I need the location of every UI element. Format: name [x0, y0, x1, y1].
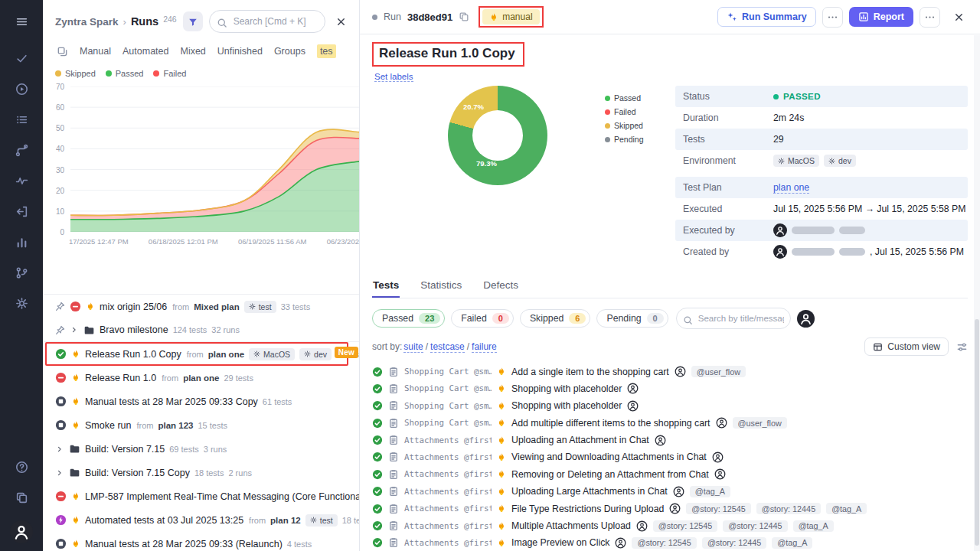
run-plan-link[interactable]: plan one: [208, 350, 244, 359]
run-list-item[interactable]: LMP-587 Implement Real-Time Chat Messagi…: [43, 484, 359, 508]
close-run-button[interactable]: [949, 8, 968, 26]
more-options-button[interactable]: [822, 7, 843, 28]
play-icon[interactable]: [8, 75, 35, 103]
tab-tests[interactable]: Tests: [372, 272, 400, 298]
filter-skipped[interactable]: Skipped6: [520, 309, 591, 328]
custom-view-button[interactable]: Custom view: [864, 337, 949, 356]
analytics-icon[interactable]: [8, 228, 35, 256]
test-row[interactable]: Shopping Cart @sm…Add a single item to t…: [372, 363, 968, 380]
docs-icon[interactable]: [8, 484, 35, 511]
assignee-icon[interactable]: [716, 417, 727, 429]
run-list-item[interactable]: Smoke runfromplan 12315 tests: [43, 413, 359, 437]
set-labels-link[interactable]: Set labels: [374, 72, 413, 82]
test-row[interactable]: Attachments @firstImage Preview on Click…: [372, 534, 968, 551]
tab-tes[interactable]: tes: [317, 44, 336, 58]
test-tag[interactable]: @tag_A: [690, 486, 730, 497]
run-list-item[interactable]: mix origin 25/06fromMixed plantest33 tes…: [43, 295, 359, 318]
test-tag[interactable]: @story: 12445: [723, 520, 787, 532]
tab-groups[interactable]: Groups: [274, 46, 305, 57]
check-icon[interactable]: [8, 44, 35, 72]
test-tag[interactable]: @story: 12545: [632, 537, 696, 549]
test-tag[interactable]: @story: 12445: [702, 537, 766, 549]
assignee-icon[interactable]: [712, 452, 724, 463]
test-title[interactable]: Shopping with placeholder: [511, 400, 622, 411]
test-plan-link[interactable]: plan one: [773, 182, 809, 194]
test-tag[interactable]: @story: 12545: [686, 503, 750, 514]
test-row[interactable]: Attachments @firstViewing and Downloadin…: [372, 448, 968, 465]
tab-mixed[interactable]: Mixed: [180, 46, 205, 57]
assignee-icon[interactable]: [636, 520, 648, 532]
tab-automated[interactable]: Automated: [122, 46, 168, 57]
run-plan-link[interactable]: plan one: [183, 373, 219, 383]
copy-run-id-icon[interactable]: [459, 11, 469, 22]
scrollbar-thumb[interactable]: [975, 319, 979, 546]
test-tag[interactable]: @tag_A: [826, 503, 867, 514]
test-tag[interactable]: @user_flow: [691, 366, 746, 377]
settings-icon[interactable]: [8, 289, 35, 317]
test-row[interactable]: Shopping Cart @sm…Shopping with placehol…: [372, 380, 968, 397]
help-icon[interactable]: [8, 453, 35, 481]
test-title[interactable]: Add a single item to the shopping cart: [511, 367, 669, 377]
run-summary-button[interactable]: Run Summary: [717, 7, 816, 28]
assignee-filter-avatar[interactable]: [797, 310, 815, 328]
view-settings-button[interactable]: [956, 341, 968, 353]
test-title[interactable]: Multiple Attachments Upload: [511, 520, 631, 531]
test-title[interactable]: Uploading Large Attachments in Chat: [511, 486, 668, 497]
select-all-icon[interactable]: [57, 46, 68, 57]
flow-icon[interactable]: [8, 136, 35, 164]
test-row[interactable]: Shopping Cart @sm…Add multiple different…: [372, 415, 968, 432]
assignee-icon[interactable]: [615, 537, 626, 549]
test-row[interactable]: Shopping Cart @sm…Shopping with placehol…: [372, 397, 968, 414]
close-panel-button[interactable]: [332, 12, 350, 31]
signin-icon[interactable]: [8, 197, 35, 225]
test-title[interactable]: Shopping with placeholder: [511, 383, 622, 394]
filter-pending[interactable]: Pending0: [596, 309, 668, 328]
run-list-item[interactable]: Manual tests at 28 Mar 2025 09:33 (Relau…: [43, 532, 359, 551]
test-tag[interactable]: @user_flow: [733, 417, 787, 429]
run-plan-link[interactable]: plan 123: [158, 421, 193, 430]
sort-by-suite[interactable]: suite: [403, 341, 423, 353]
test-row[interactable]: Attachments @firstUploading Large Attach…: [372, 483, 968, 500]
branch-icon[interactable]: [8, 259, 35, 286]
tab-unfinished[interactable]: Unfinished: [217, 46, 263, 57]
tab-defects[interactable]: Defects: [482, 272, 519, 298]
run-list-item[interactable]: Bravo milestone124 tests32 runs: [43, 318, 359, 342]
test-row[interactable]: Attachments @firstMultiple Attachments U…: [372, 517, 968, 534]
user-avatar-icon[interactable]: [10, 520, 33, 543]
run-list-item[interactable]: Release Run 1.0fromplan one29 tests: [43, 366, 359, 390]
run-list-item[interactable]: Release Run 1.0 Copyfromplan oneMacOSdev…: [45, 342, 348, 366]
assignee-icon[interactable]: [627, 400, 639, 412]
tab-manual[interactable]: Manual: [80, 46, 111, 57]
report-button[interactable]: Report: [849, 7, 913, 28]
assignee-icon[interactable]: [714, 468, 726, 480]
tasks-icon[interactable]: [8, 106, 35, 133]
chevron-right-icon[interactable]: [55, 468, 64, 478]
chevron-right-icon[interactable]: [70, 325, 79, 334]
test-tag[interactable]: @story: 12445: [756, 503, 821, 514]
test-row[interactable]: Attachments @firstRemoving or Deleting a…: [372, 466, 968, 483]
test-tag[interactable]: @story: 12545: [653, 520, 717, 532]
assignee-icon[interactable]: [655, 435, 666, 446]
menu-icon[interactable]: [8, 8, 35, 35]
more-options-button-2[interactable]: [920, 7, 940, 28]
pulse-icon[interactable]: [8, 167, 35, 194]
test-title[interactable]: Removing or Deleting an Attachment from …: [511, 469, 709, 480]
run-plan-link[interactable]: Mixed plan: [194, 302, 239, 311]
breadcrumb-section[interactable]: Runs: [131, 15, 158, 28]
assignee-icon[interactable]: [673, 486, 684, 497]
test-row[interactable]: Attachments @firstFile Type Restrictions…: [372, 500, 968, 517]
filter-passed[interactable]: Passed23: [372, 309, 445, 328]
assignee-icon[interactable]: [627, 383, 639, 394]
test-title[interactable]: File Type Restrictions During Upload: [511, 504, 664, 514]
run-list-item[interactable]: Automated tests at 03 Jul 2025 13:25from…: [43, 508, 359, 532]
assignee-icon[interactable]: [675, 366, 686, 377]
test-tag[interactable]: @tag_A: [793, 520, 834, 532]
project-name[interactable]: Zyntra Spark: [55, 16, 119, 28]
run-list-item[interactable]: Build: Version 7.15 Copy18 tests2 runs: [43, 461, 359, 484]
tests-search-input[interactable]: [676, 308, 791, 329]
run-list-item[interactable]: Build: Version 7.1569 tests3 runs: [43, 437, 359, 461]
tab-statistics[interactable]: Statistics: [420, 272, 462, 298]
filter-button[interactable]: [183, 11, 203, 31]
run-plan-link[interactable]: plan 12: [270, 516, 301, 525]
test-tag[interactable]: @tag_A: [772, 537, 812, 549]
